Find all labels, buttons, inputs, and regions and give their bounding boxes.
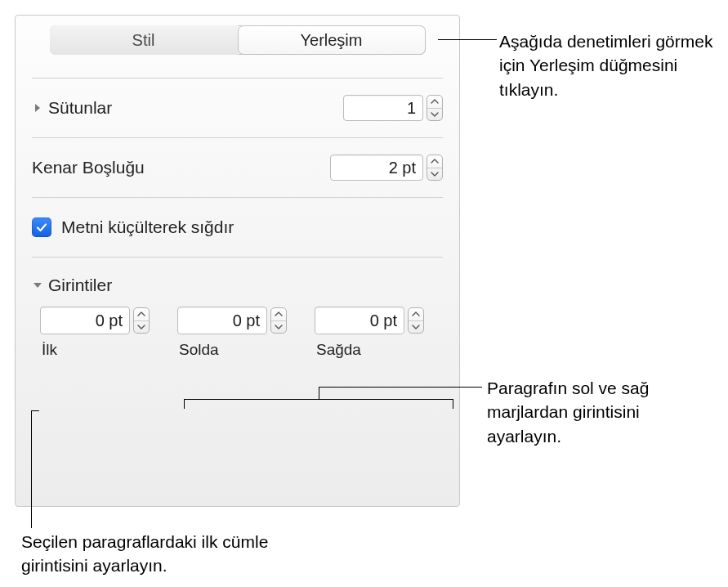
- layout-inspector-panel: Stil Yerleşim Sütunlar: [15, 15, 460, 507]
- margin-step-up[interactable]: [427, 155, 442, 168]
- columns-row: Sütunlar: [32, 92, 443, 124]
- indent-left-stepper: [270, 307, 287, 334]
- tab-layout[interactable]: Yerleşim: [238, 25, 426, 55]
- indent-left-column: Solda: [177, 307, 287, 359]
- indents-label: Girintiler: [48, 276, 112, 295]
- margin-label: Kenar Boşluğu: [32, 158, 145, 177]
- divider: [32, 137, 443, 138]
- shrink-text-label: Metni küçülterek sığdır: [61, 217, 234, 237]
- chevron-right-icon[interactable]: [32, 102, 43, 114]
- check-icon: [35, 221, 48, 234]
- columns-stepper: [427, 95, 443, 121]
- indent-right-stepper: [408, 307, 424, 334]
- indent-first-input[interactable]: [40, 307, 130, 334]
- columns-step-down[interactable]: [427, 109, 442, 121]
- callout-line: [438, 39, 497, 40]
- indent-first-step-up[interactable]: [134, 308, 149, 321]
- callout-bracket: [184, 399, 453, 409]
- callout-line: [319, 387, 482, 388]
- callout-line: [31, 410, 32, 528]
- shrink-text-row: Metni küçülterek sığdır: [32, 211, 443, 244]
- indent-right-column: Sağda: [315, 307, 424, 359]
- indent-left-input[interactable]: [177, 307, 267, 334]
- margin-stepper: [427, 155, 443, 181]
- margin-input[interactable]: [330, 155, 423, 181]
- indent-right-label: Sağda: [315, 338, 424, 359]
- indent-first-step-down[interactable]: [134, 321, 149, 334]
- callout-line: [319, 387, 319, 399]
- callout-first-indent: Seçilen paragraflardaki ilk cümle girint…: [21, 530, 283, 578]
- margin-step-down[interactable]: [427, 168, 442, 181]
- indent-left-step-down[interactable]: [271, 321, 286, 334]
- tab-style-label: Stil: [132, 31, 155, 50]
- tab-layout-label: Yerleşim: [301, 31, 363, 50]
- columns-stepper-field: [343, 95, 443, 121]
- divider: [32, 257, 443, 258]
- callout-line: [31, 410, 39, 411]
- shrink-text-checkbox[interactable]: [32, 217, 51, 237]
- margin-stepper-field: [330, 155, 443, 181]
- divider: [32, 78, 443, 78]
- indent-fields-row: İlk Solda: [32, 307, 443, 359]
- indent-first-column: İlk: [40, 307, 150, 359]
- indent-left-step-up[interactable]: [271, 308, 286, 321]
- columns-input[interactable]: [343, 95, 423, 121]
- indent-right-input[interactable]: [315, 307, 404, 334]
- tab-segmented-control: Stil Yerleşim: [50, 25, 426, 55]
- callout-layout-tab: Aşağıda denetimleri görmek için Yerleşim…: [499, 29, 720, 101]
- tab-style[interactable]: Stil: [50, 25, 238, 55]
- divider: [32, 197, 443, 198]
- columns-label: Sütunlar: [48, 98, 112, 118]
- indent-left-label: Solda: [177, 338, 287, 359]
- indent-first-stepper: [133, 307, 150, 334]
- indents-header: Girintiler: [32, 271, 443, 307]
- indent-right-step-up[interactable]: [409, 308, 423, 321]
- margin-row: Kenar Boşluğu: [32, 151, 443, 184]
- indent-right-step-down[interactable]: [409, 321, 423, 334]
- indent-first-label: İlk: [40, 338, 150, 359]
- callout-lr-indent: Paragrafın sol ve sağ marjlardan girinti…: [487, 376, 716, 448]
- columns-step-up[interactable]: [427, 96, 442, 109]
- chevron-down-icon[interactable]: [32, 280, 43, 291]
